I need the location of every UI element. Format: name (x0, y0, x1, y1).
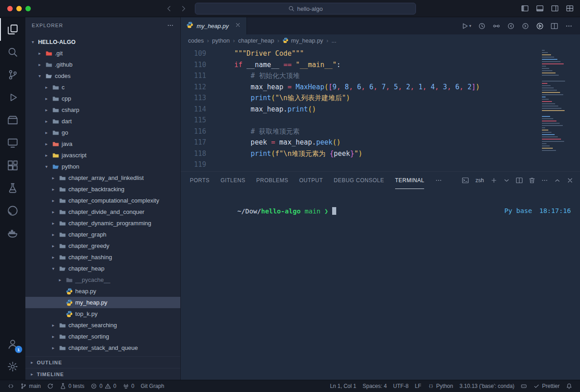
folder-codes[interactable]: ▾codes (25, 70, 180, 82)
activity-extensions[interactable] (0, 154, 25, 177)
activity-settings[interactable] (0, 355, 25, 378)
folder-chapter-divide-and-conquer[interactable]: ▸chapter_divide_and_conquer (25, 206, 180, 218)
folder-dart[interactable]: ▸dart (25, 116, 180, 127)
folder-chapter-searching[interactable]: ▸chapter_searching (25, 319, 180, 331)
folder-chapter-backtracking[interactable]: ▸chapter_backtracking (25, 184, 180, 195)
panel-tab-problems[interactable]: PROBLEMS (256, 172, 288, 189)
file-heap-py[interactable]: heap.py (25, 286, 180, 297)
panel-tab-output[interactable]: OUTPUT (299, 172, 323, 189)
run-python-file-button[interactable]: ▾ (461, 22, 471, 30)
folder-chapter-stack-and-queue[interactable]: ▸chapter_stack_and_queue (25, 342, 180, 353)
status-git-branch[interactable]: main (17, 380, 44, 392)
terminal[interactable]: ~/Dow/hello-algo main ❯ Py base18:17:16 (181, 189, 580, 380)
status-remote-indicator[interactable] (5, 380, 17, 392)
shell-label[interactable]: zsh (475, 177, 484, 184)
back-icon[interactable] (165, 5, 173, 13)
close-window-button[interactable] (7, 6, 13, 11)
history-button[interactable] (478, 22, 486, 30)
status-indentation[interactable]: Spaces: 4 (359, 380, 390, 392)
folder-chapter-computational-complexity[interactable]: ▸chapter_computational_complexity (25, 195, 180, 206)
panel-tab-ports[interactable]: PORTS (190, 172, 210, 189)
split-terminal-icon[interactable] (516, 177, 523, 184)
breadcrumb-item[interactable]: ... (331, 37, 336, 44)
status-notifications[interactable] (563, 380, 575, 392)
activity-project-manager[interactable] (0, 109, 25, 131)
activity-run-debug[interactable] (0, 86, 25, 109)
toggle-secondary-sidebar-icon[interactable] (551, 5, 559, 12)
breadcrumb-item[interactable]: codes (188, 37, 204, 44)
breadcrumb-item[interactable]: my_heap.py (282, 37, 323, 44)
folder-go[interactable]: ▸go (25, 127, 180, 138)
tab-my-heap-py[interactable]: my_heap.py (181, 17, 247, 34)
folder-chapter-graph[interactable]: ▸chapter_graph (25, 229, 180, 240)
status-encoding[interactable]: UTF-8 (390, 380, 412, 392)
breadcrumb-item[interactable]: chapter_heap (238, 37, 274, 44)
status-sync-changes[interactable] (44, 380, 57, 392)
panel-tab-debug-console[interactable]: DEBUG CONSOLE (334, 172, 384, 189)
new-terminal-icon[interactable] (490, 177, 498, 184)
toggle-sidebar-icon[interactable] (521, 5, 529, 12)
folder-python[interactable]: ▾python (25, 161, 180, 172)
prev-change-button[interactable] (507, 22, 515, 30)
status-prettier[interactable]: Prettier (530, 380, 563, 392)
sidebar-section-timeline[interactable]: ▸TIMELINE (25, 368, 180, 380)
folder-csharp[interactable]: ▸csharp (25, 104, 180, 116)
compare-button[interactable] (493, 22, 500, 30)
file-top-k-py[interactable]: top_k.py (25, 308, 180, 319)
activity-accounts[interactable]: 1 (0, 333, 25, 355)
folder-cpp[interactable]: ▸cpp (25, 93, 180, 104)
status-git-graph[interactable]: Git Graph (137, 380, 167, 392)
panel-more-actions-icon[interactable] (541, 177, 548, 184)
folder-javascript[interactable]: ▸javascript (25, 150, 180, 161)
activity-docker[interactable] (0, 222, 25, 245)
status-problems[interactable]: 00 (87, 380, 119, 392)
next-change-button[interactable] (522, 22, 529, 30)
folder-chapter-heap[interactable]: ▾chapter_heap (25, 263, 180, 274)
zoom-window-button[interactable] (25, 6, 31, 11)
customize-layout-icon[interactable] (566, 5, 574, 12)
activity-explorer[interactable] (0, 18, 25, 41)
sidebar-section-outline[interactable]: ▸OUTLINE (25, 356, 180, 368)
folder-c[interactable]: ▸c (25, 82, 180, 93)
activity-testing[interactable] (0, 177, 25, 199)
panel-tabs-more-icon[interactable] (435, 172, 442, 189)
activity-github[interactable] (0, 199, 25, 222)
folder-chapter-hashing[interactable]: ▸chapter_hashing (25, 252, 180, 263)
activity-source-control[interactable] (0, 63, 25, 86)
breadcrumb-item[interactable]: python (212, 37, 230, 44)
run-code-button[interactable] (536, 22, 544, 30)
explorer-more-actions-icon[interactable] (167, 22, 174, 29)
status-python-interpreter[interactable]: 3.10.13 ('base': conda) (456, 380, 517, 392)
kill-terminal-icon[interactable] (528, 177, 536, 184)
close-panel-icon[interactable] (566, 177, 574, 184)
activity-search[interactable] (0, 41, 25, 63)
folder-chapter-sorting[interactable]: ▸chapter_sorting (25, 331, 180, 342)
status-cursor-position[interactable]: Ln 1, Col 1 (327, 380, 359, 392)
forward-icon[interactable] (179, 5, 188, 13)
maximize-panel-icon[interactable] (554, 177, 561, 184)
status-language-mode[interactable]: {}Python (425, 380, 456, 392)
minimap[interactable] (541, 48, 574, 157)
file-my-heap-py[interactable]: my_heap.py (25, 297, 180, 308)
minimize-window-button[interactable] (16, 6, 22, 11)
status-tests[interactable]: 0 tests (57, 380, 87, 392)
terminal-dropdown-icon[interactable] (503, 177, 510, 184)
panel-tab-gitlens[interactable]: GITLENS (221, 172, 246, 189)
run-dropdown-icon[interactable]: ▾ (469, 24, 471, 28)
folder--git[interactable]: ▸.git (25, 48, 180, 59)
folder-chapter-dynamic-programming[interactable]: ▸chapter_dynamic_programming (25, 218, 180, 229)
folder-hello-algo[interactable]: ▾HELLO-ALGO (25, 36, 180, 48)
status-copilot[interactable] (517, 380, 530, 392)
split-button[interactable] (551, 22, 558, 30)
status-eol[interactable]: LF (412, 380, 425, 392)
more-button[interactable] (565, 22, 573, 30)
folder--github[interactable]: ▸.github (25, 59, 180, 70)
status-ports-forwarded[interactable]: 0 (120, 380, 138, 392)
toggle-panel-icon[interactable] (536, 5, 544, 12)
command-center-search[interactable]: hello-algo (195, 3, 416, 15)
activity-remote-explorer[interactable] (0, 131, 25, 154)
folder--pycache-[interactable]: ▸__pycache__ (25, 274, 180, 286)
folder-chapter-greedy[interactable]: ▸chapter_greedy (25, 240, 180, 252)
code-editor[interactable]: 109"""Driver Code"""110if __name__ == "_… (181, 46, 580, 171)
folder-java[interactable]: ▸java (25, 138, 180, 150)
